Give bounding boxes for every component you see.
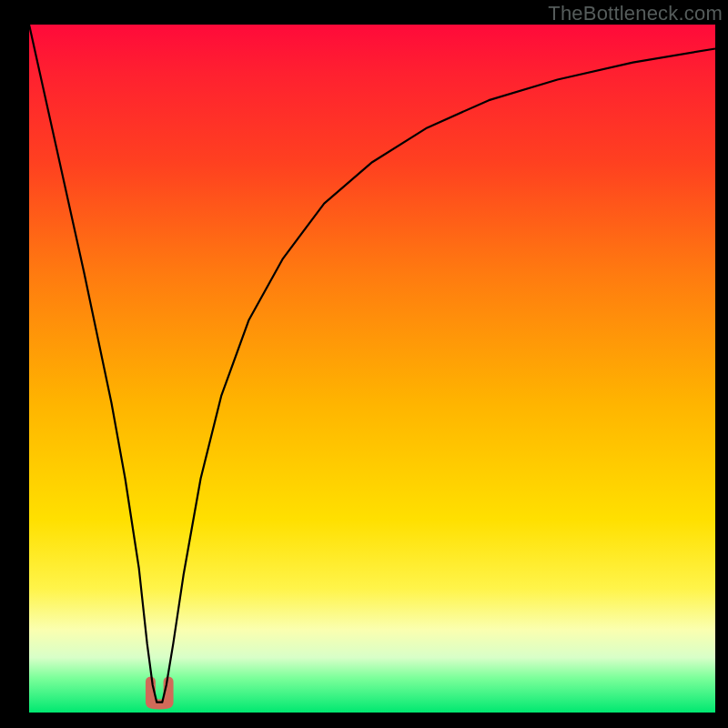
chart-overlay (0, 0, 728, 728)
watermark-label: TheBottleneck.com (548, 2, 723, 25)
bottleneck-curve (29, 25, 715, 703)
chart-frame: TheBottleneck.com (0, 0, 728, 728)
